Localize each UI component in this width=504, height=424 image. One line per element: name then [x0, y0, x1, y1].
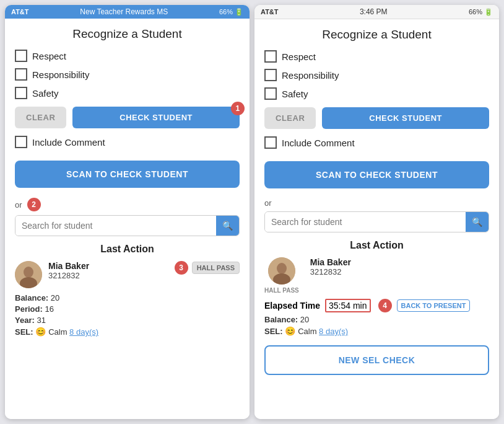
right-search-icon: 🔍 — [472, 217, 482, 227]
left-or-row: or 2 — [15, 198, 240, 211]
left-period-row: Period: 16 — [15, 304, 240, 314]
elapsed-value: 35:54 min — [325, 299, 370, 312]
right-student-name: Mia Baker — [310, 257, 351, 267]
screens-container: AT&T New Teacher Rewards MS 66% 🔋 Recogn… — [0, 0, 504, 424]
right-checkbox-safety-box[interactable] — [264, 87, 277, 100]
right-checkbox-responsibility-box[interactable] — [264, 69, 277, 81]
include-comment-label: Include Comment — [32, 137, 105, 148]
right-status-bar: AT&T 3:46 PM 66% 🔋 — [254, 5, 499, 19]
right-clear-button[interactable]: CLEAR — [264, 107, 316, 129]
left-button-row: CLEAR CHECK STUDENT 1 — [15, 107, 240, 128]
left-search-input[interactable] — [15, 216, 216, 236]
back-to-present-button[interactable]: BACK TO PRESENT — [397, 299, 471, 312]
left-search-button[interactable]: 🔍 — [216, 216, 239, 236]
right-include-comment-row: Include Comment — [264, 136, 489, 149]
right-screen-content: Recognize a Student Respect Responsibili… — [254, 19, 499, 419]
right-sel-link[interactable]: 8 day(s) — [319, 327, 348, 336]
right-search-row: 🔍 — [264, 211, 489, 232]
right-button-row: CLEAR CHECK STUDENT — [264, 107, 489, 129]
checkbox-responsibility-box[interactable] — [15, 68, 27, 81]
right-include-comment-checkbox[interactable] — [264, 136, 277, 149]
right-page-title: Recognize a Student — [264, 28, 489, 42]
left-battery: 66% 🔋 — [219, 8, 243, 16]
right-checkbox-safety: Safety — [264, 87, 489, 100]
right-last-action-title: Last Action — [264, 240, 489, 251]
left-checkbox-safety: Safety — [15, 87, 240, 99]
elapsed-time-row: Elapsed Time 35:54 min 4 BACK TO PRESENT — [264, 299, 489, 312]
left-check-student-button[interactable]: CHECK STUDENT 1 — [72, 107, 240, 128]
badge-4: 4 — [378, 299, 392, 312]
left-sel-row: SEL: 😊 Calm 8 day(s) — [15, 327, 240, 337]
left-or-text: or — [15, 200, 22, 210]
checkbox-responsibility-label: Responsibility — [32, 69, 90, 80]
elapsed-label: Elapsed Time — [264, 301, 320, 311]
left-hall-pass-container: 3 HALL PASS — [175, 261, 240, 275]
right-student-name-id: Mia Baker 3212832 — [310, 257, 351, 276]
left-checkbox-responsibility: Responsibility — [15, 68, 240, 81]
left-student-id: 3212832 — [48, 271, 89, 280]
left-student-row: Mia Baker 3212832 3 HALL PASS — [15, 261, 240, 288]
left-clear-button[interactable]: CLEAR — [15, 107, 66, 128]
right-check-student-button[interactable]: CHECK STUDENT — [322, 107, 489, 129]
right-hall-pass-container: HALL PASS — [264, 257, 299, 294]
right-scan-button[interactable]: SCAN TO CHECK STUDENT — [264, 161, 489, 188]
right-carrier: AT&T — [261, 8, 279, 15]
svg-point-4 — [277, 263, 287, 274]
right-student-avatar — [268, 257, 295, 285]
left-screen-content: Recognize a Student Respect Responsibili… — [5, 19, 250, 419]
left-app-title: New Teacher Rewards MS — [29, 7, 219, 16]
right-search-input[interactable] — [265, 212, 466, 232]
right-hall-pass-label: HALL PASS — [264, 287, 299, 294]
checkbox-safety-label: Safety — [32, 88, 59, 99]
left-sel-link[interactable]: 8 day(s) — [69, 327, 98, 337]
right-student-row: HALL PASS Mia Baker 3212832 — [264, 257, 489, 294]
right-checkbox-safety-label: Safety — [282, 89, 308, 99]
right-checkbox-respect: Respect — [264, 50, 489, 63]
left-carrier: AT&T — [11, 8, 29, 15]
left-status-bar: AT&T New Teacher Rewards MS 66% 🔋 — [5, 5, 250, 19]
right-sel-row: SEL: 😊 Calm 8 day(s) — [264, 326, 489, 336]
right-time: 3:46 PM — [279, 7, 469, 16]
right-checkbox-responsibility-label: Responsibility — [282, 70, 339, 81]
left-page-title: Recognize a Student — [15, 27, 240, 41]
left-phone-screen: AT&T New Teacher Rewards MS 66% 🔋 Recogn… — [5, 5, 250, 419]
badge-2: 2 — [27, 198, 41, 211]
right-calm-emoji: 😊 — [285, 326, 298, 336]
right-checkbox-responsibility: Responsibility — [264, 69, 489, 81]
right-balance-row: Balance: 20 — [264, 315, 489, 324]
calm-emoji: 😊 — [35, 327, 48, 337]
left-scan-button[interactable]: SCAN TO CHECK STUDENT — [15, 161, 240, 188]
left-hall-pass-badge: HALL PASS — [192, 262, 240, 274]
right-battery: 66% 🔋 — [469, 8, 493, 16]
search-icon: 🔍 — [222, 221, 233, 231]
right-student-id: 3212832 — [310, 267, 351, 276]
left-student-name: Mia Baker — [48, 261, 89, 271]
include-comment-checkbox[interactable] — [15, 136, 27, 148]
right-or-text: or — [264, 198, 272, 208]
new-sel-check-button[interactable]: NEW SEL CHECK — [264, 345, 489, 375]
svg-point-1 — [24, 267, 33, 278]
badge-3: 3 — [175, 261, 188, 275]
right-search-button[interactable]: 🔍 — [466, 212, 489, 232]
checkbox-respect-box[interactable] — [15, 50, 27, 62]
right-phone-screen: AT&T 3:46 PM 66% 🔋 Recognize a Student R… — [254, 5, 499, 419]
right-student-details: Balance: 20 SEL: 😊 Calm 8 day(s) — [264, 315, 489, 336]
left-search-row: 🔍 — [15, 215, 240, 236]
left-checkbox-respect: Respect — [15, 50, 240, 62]
left-student-extra-details: Balance: 20 Period: 16 Year: 31 SEL: 😊 C… — [15, 293, 240, 337]
left-include-comment-row: Include Comment — [15, 136, 240, 148]
right-checkbox-respect-label: Respect — [282, 51, 316, 62]
left-last-action-title: Last Action — [15, 244, 240, 255]
left-student-details: Mia Baker 3212832 — [48, 261, 89, 280]
right-include-comment-label: Include Comment — [282, 138, 355, 148]
right-or-row: or — [264, 198, 489, 208]
left-student-avatar — [15, 261, 42, 288]
right-checkbox-respect-box[interactable] — [264, 50, 277, 63]
checkbox-respect-label: Respect — [32, 51, 66, 61]
left-balance-row: Balance: 20 — [15, 293, 240, 303]
left-year-row: Year: 31 — [15, 316, 240, 325]
checkbox-safety-box[interactable] — [15, 87, 27, 99]
badge-1: 1 — [231, 102, 245, 115]
